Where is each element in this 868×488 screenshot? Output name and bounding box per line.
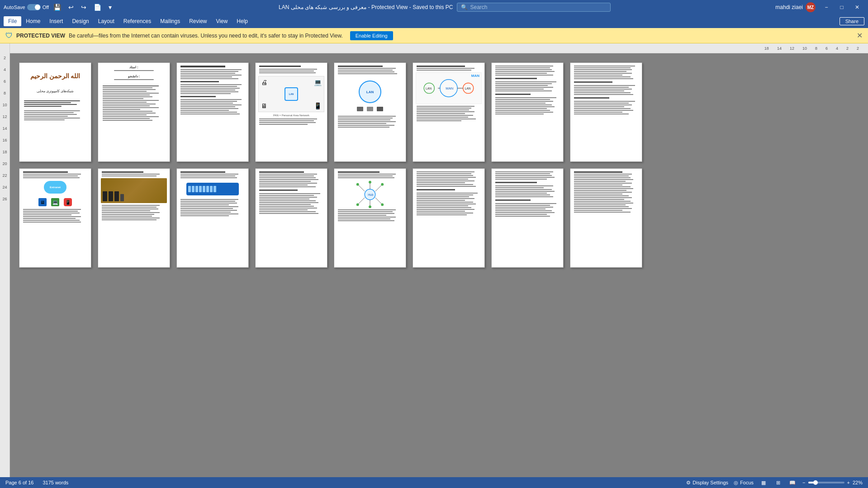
ruler-num: 6 [825,46,828,51]
pages-row-2: Extranet 🖥 💻 📱 [19,168,859,268]
focus-btn[interactable]: ◎ Focus [734,480,754,486]
title-center: LAN معرفی و بررسی شبکه های محلی - Protec… [114,3,775,12]
svg-point-15 [381,183,384,186]
undo-icon[interactable]: ↩ [66,3,76,12]
zoom-control: − + 22% [802,480,863,485]
page-thumbnail-11[interactable] [176,168,249,268]
svg-point-19 [381,203,384,206]
page-thumbnail-8[interactable] [570,62,642,162]
ribbon: File Home Insert Design Layout Reference… [0,14,868,28]
svg-line-16 [358,198,365,204]
ruler-num: 4 [836,46,838,51]
shield-icon: 🛡 [5,32,13,40]
print-layout-view-btn[interactable]: ▦ [759,479,768,486]
zoom-level: 22% [853,480,863,485]
more-icon[interactable]: ▾ [107,3,114,12]
search-input[interactable] [470,4,607,10]
page-thumbnail-9[interactable]: Extranet 🖥 💻 📱 [19,168,91,268]
page-thumbnail-1[interactable]: الله الرحمن الرحیم شبکه‌های کامپیوتری مح… [19,62,91,162]
web-layout-view-btn[interactable]: ⊞ [773,479,783,486]
page-thumbnail-6[interactable]: MAN MAN LAN LAN [413,62,485,162]
menu-item-mailings[interactable]: Mailings [156,16,185,26]
svg-text:MAN: MAN [446,86,453,90]
svg-point-11 [369,181,371,184]
zoom-thumb [813,480,818,485]
ruler-num: 2 [846,46,849,51]
menu-item-design[interactable]: Design [67,16,93,26]
page-thumbnail-14[interactable] [413,168,485,268]
menu-bar: File Home Insert Design Layout Reference… [0,14,868,28]
page-thumbnail-12[interactable] [255,168,327,268]
menu-item-file[interactable]: File [4,16,21,26]
read-mode-btn[interactable]: 📖 [788,479,797,486]
menu-item-layout[interactable]: Layout [94,16,119,26]
search-bar[interactable]: 🔍 [457,3,611,12]
page-thumbnail-7[interactable] [491,62,564,162]
page-thumbnail-13[interactable]: Hub [334,168,406,268]
page-thumbnail-16[interactable] [570,168,642,268]
focus-icon: ◎ [734,480,738,486]
enable-editing-button[interactable]: Enable Editing [350,31,393,40]
title-bar: AutoSave Off 💾 ↩ ↪ 📄 ▾ LAN معرفی و بررسی… [0,0,868,14]
svg-text:Hub: Hub [368,193,374,196]
minimize-button[interactable]: − [819,2,834,12]
ruler-num: 8 [815,46,817,51]
autosave-switch[interactable] [27,4,41,10]
document-area[interactable]: الله الرحمن الرحیم شبکه‌های کامپیوتری مح… [10,53,868,477]
protected-view-message: Be careful—files from the Internet can c… [69,33,343,39]
title-bar-left: AutoSave Off 💾 ↩ ↪ 📄 ▾ [4,3,114,12]
horizontal-ruler: 18 14 12 10 8 6 4 2 2 [10,46,868,51]
ruler-area: 18 14 12 10 8 6 4 2 2 [0,43,868,53]
svg-point-13 [356,183,359,186]
new-doc-icon[interactable]: 📄 [92,3,103,12]
menu-item-review[interactable]: Review [185,16,211,26]
ruler-corner [0,43,10,53]
menu-item-help[interactable]: Help [232,16,252,26]
maximize-button[interactable]: □ [835,2,849,12]
autosave-toggle[interactable]: AutoSave Off [4,4,49,10]
save-icon[interactable]: 💾 [52,3,63,12]
doc-title: LAN معرفی و بررسی شبکه های محلی - Protec… [279,4,453,10]
zoom-out-icon[interactable]: − [802,480,805,485]
page-info: Page 6 of 16 [5,480,33,485]
redo-icon[interactable]: ↪ [79,3,88,12]
svg-point-21 [369,205,371,208]
quick-access-toolbar: 💾 ↩ ↪ 📄 ▾ [52,3,114,12]
toggle-knob [35,5,40,10]
protected-view-close[interactable]: ✕ [857,31,863,40]
share-button[interactable]: Share [840,17,864,25]
autosave-label: AutoSave [4,5,25,10]
ruler-num: 10 [802,46,807,51]
svg-point-17 [356,203,359,206]
title-right: mahdi ziaei MZ − □ ✕ [775,2,864,12]
menu-item-view[interactable]: View [212,16,232,26]
ruler-num: 2 [857,46,859,51]
close-button[interactable]: ✕ [850,2,864,12]
svg-line-18 [375,198,382,204]
window-controls: − □ ✕ [819,2,864,12]
menu-item-insert[interactable]: Insert [45,16,67,26]
protected-view-label: PROTECTED VIEW [16,33,65,39]
page-thumbnail-15[interactable] [491,168,564,268]
page-thumbnail-3[interactable] [176,62,249,162]
ruler-num: 12 [790,46,794,51]
pages-row-1: الله الرحمن الرحیم شبکه‌های کامپیوتری مح… [19,62,859,162]
search-icon: 🔍 [461,4,468,10]
svg-line-12 [358,185,365,192]
svg-line-14 [375,185,382,192]
page-thumbnail-2[interactable]: استاد : دانشجو : [98,62,170,162]
display-settings-btn[interactable]: ⚙ Display Settings [686,480,728,486]
main-area: 2 4 6 8 10 12 14 16 18 20 22 24 26 الله … [0,53,868,477]
zoom-slider[interactable] [808,482,844,483]
page-thumbnail-10[interactable] [98,168,170,268]
word-count: 3175 words [43,480,68,485]
user-avatar: MZ [806,2,816,12]
user-info: mahdi ziaei MZ [775,2,816,12]
page-thumbnail-5[interactable]: LAN [334,62,406,162]
menu-item-home[interactable]: Home [21,16,45,26]
page-thumbnail-4[interactable]: LAN 🖨 💻 🖥 📱 PAN = Personal Area Network [255,62,327,162]
zoom-in-icon[interactable]: + [847,480,850,485]
autosave-state: Off [43,5,49,10]
menu-item-references[interactable]: References [119,16,156,26]
display-settings-icon: ⚙ [686,480,691,486]
